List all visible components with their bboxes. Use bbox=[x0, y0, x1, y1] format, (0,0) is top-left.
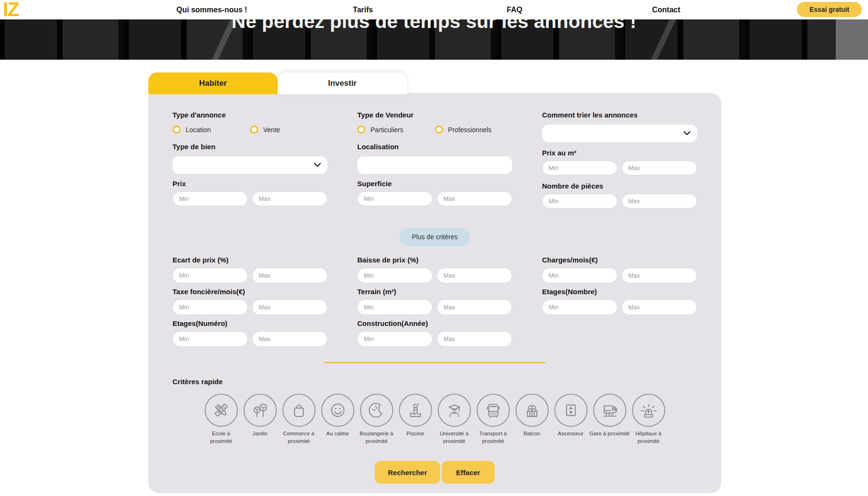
prix-m2-max-input[interactable] bbox=[622, 161, 697, 175]
quick-criterion-label: Hôpitaux à proximité bbox=[635, 430, 661, 445]
quick-criterion-station[interactable]: Gare à proximité bbox=[593, 394, 626, 445]
etages-numero-max-input[interactable] bbox=[252, 331, 327, 347]
quick-criterion-hospital[interactable]: Hôpitaux à proximité bbox=[632, 394, 665, 445]
radio-professionnels[interactable]: Professionnels bbox=[435, 126, 513, 134]
taxe-fonciere-min-input[interactable] bbox=[172, 299, 248, 315]
localisation-input[interactable] bbox=[357, 156, 512, 174]
radio-particuliers[interactable]: Particuliers bbox=[357, 126, 435, 134]
baisse-prix-max-input[interactable] bbox=[437, 268, 512, 283]
quick-criterion-bakery[interactable]: Boulangerie à proximité bbox=[360, 394, 393, 445]
etages-nombre-max-input[interactable] bbox=[622, 299, 697, 315]
radio-vente[interactable]: Vente bbox=[250, 126, 328, 134]
field-etages-numero: Etages(Numéro) bbox=[172, 319, 327, 347]
radio-circle-icon[interactable] bbox=[357, 126, 365, 134]
section-divider bbox=[324, 362, 545, 363]
quick-criterion-transport[interactable]: Transport à proximité bbox=[477, 394, 510, 445]
transport-icon[interactable] bbox=[477, 394, 510, 427]
nav-item-faq[interactable]: FAQ bbox=[507, 6, 523, 14]
field-taxe-fonciere: Taxe foncière/mois(€) bbox=[172, 288, 327, 315]
quick-criteria-label: Critères rapide bbox=[172, 378, 697, 386]
taxe-fonciere-label: Taxe foncière/mois(€) bbox=[172, 288, 327, 296]
quick-criterion-label: Commerce à proximité bbox=[283, 430, 315, 445]
superficie-min-input[interactable] bbox=[357, 191, 433, 206]
quick-criterion-label: Gare à proximité bbox=[589, 430, 630, 438]
elevator-icon[interactable] bbox=[554, 394, 588, 427]
tab-investir[interactable]: Investir bbox=[278, 72, 407, 94]
school-icon[interactable] bbox=[205, 394, 238, 427]
brand-logo[interactable]: IZ bbox=[3, 0, 18, 21]
more-criteria-button[interactable]: Plus de critères bbox=[399, 227, 470, 246]
quick-criterion-school[interactable]: Ecole à proximité bbox=[205, 394, 238, 445]
bakery-icon[interactable] bbox=[360, 394, 393, 427]
superficie-max-input[interactable] bbox=[437, 191, 512, 206]
quick-criterion-calm[interactable]: Au calme bbox=[321, 394, 354, 445]
field-nb-pieces: Nombre de pièces bbox=[542, 182, 697, 208]
type-bien-select[interactable] bbox=[172, 156, 327, 174]
nav-item-contact[interactable]: Contact bbox=[652, 6, 680, 14]
radio-circle-icon[interactable] bbox=[250, 126, 258, 134]
ecart-prix-max-input[interactable] bbox=[252, 268, 327, 283]
terrain-max-input[interactable] bbox=[437, 299, 512, 315]
field-type-bien: Type de bien bbox=[172, 143, 327, 174]
type-vendeur-options: Particuliers Professionnels bbox=[357, 126, 512, 134]
tab-habiter[interactable]: Habiter bbox=[148, 72, 278, 94]
field-prix: Prix bbox=[172, 180, 327, 206]
radio-professionnels-label: Professionnels bbox=[448, 126, 492, 134]
garden-icon[interactable] bbox=[244, 394, 277, 427]
construction-label: Construction(Année) bbox=[357, 319, 512, 327]
free-trial-button[interactable]: Essai gratuit bbox=[797, 2, 862, 17]
hospital-icon[interactable] bbox=[632, 394, 665, 427]
radio-vente-label: Vente bbox=[263, 126, 280, 134]
prix-max-input[interactable] bbox=[252, 191, 327, 206]
quick-criterion-elevator[interactable]: Ascenseur bbox=[554, 394, 588, 445]
baisse-prix-min-input[interactable] bbox=[357, 268, 433, 283]
quick-criterion-label: Transport à proximité bbox=[479, 430, 506, 445]
nav-item-qui-sommes-nous[interactable]: Qui sommes-nous ! bbox=[176, 6, 247, 14]
balcony-icon[interactable] bbox=[515, 394, 549, 427]
nb-pieces-max-input[interactable] bbox=[622, 194, 697, 208]
prix-min-input[interactable] bbox=[172, 191, 248, 206]
construction-max-input[interactable] bbox=[437, 331, 512, 347]
quick-criterion-shop[interactable]: Commerce à proximité bbox=[282, 394, 316, 445]
pool-icon[interactable] bbox=[399, 394, 432, 427]
nb-pieces-label: Nombre de pièces bbox=[542, 182, 697, 190]
etages-nombre-min-input[interactable] bbox=[542, 299, 617, 315]
university-icon[interactable] bbox=[438, 394, 471, 427]
station-icon[interactable] bbox=[593, 394, 626, 427]
nb-pieces-min-input[interactable] bbox=[542, 194, 617, 208]
quick-criterion-balcony[interactable]: Balcon bbox=[515, 394, 549, 445]
construction-min-input[interactable] bbox=[357, 331, 433, 347]
radio-circle-icon[interactable] bbox=[172, 126, 181, 134]
terrain-min-input[interactable] bbox=[357, 299, 433, 315]
field-localisation: Localisation bbox=[357, 143, 512, 174]
radio-circle-icon[interactable] bbox=[435, 126, 443, 134]
search-button[interactable]: Rechercher bbox=[375, 461, 440, 484]
charges-min-input[interactable] bbox=[542, 268, 617, 283]
nav-item-tarifs[interactable]: Tarifs bbox=[353, 6, 373, 14]
shop-icon[interactable] bbox=[282, 394, 316, 427]
quick-criteria-row: Ecole à proximitéJardinCommerce à proxim… bbox=[172, 394, 697, 445]
clear-button[interactable]: Effacer bbox=[442, 461, 495, 484]
prix-m2-min-input[interactable] bbox=[542, 161, 617, 175]
taxe-fonciere-max-input[interactable] bbox=[252, 299, 327, 315]
quick-criterion-university[interactable]: Université à proximité bbox=[438, 394, 471, 445]
hero-banner: Ne perdez plus de temps sur les annonces… bbox=[0, 19, 868, 60]
quick-criterion-label: Ascenseur bbox=[558, 430, 583, 438]
quick-criterion-pool[interactable]: Piscine bbox=[399, 394, 432, 445]
ext-column-right: Charges/mois(€) Etages(Nombre) bbox=[542, 256, 697, 351]
charges-max-input[interactable] bbox=[622, 268, 697, 283]
field-superficie: Superficie bbox=[357, 180, 512, 206]
quick-criterion-label: Balcon bbox=[524, 430, 540, 438]
calm-icon[interactable] bbox=[321, 394, 354, 427]
quick-criterion-label: Au calme bbox=[326, 430, 349, 438]
ext-column-left: Ecart de prix (%) Taxe foncière/mois(€) … bbox=[172, 256, 327, 351]
search-panel: Type d'annonce Location Vente Type de bi bbox=[148, 93, 721, 493]
etages-numero-min-input[interactable] bbox=[172, 331, 248, 347]
field-charges: Charges/mois(€) bbox=[542, 256, 697, 283]
sort-select[interactable] bbox=[542, 125, 697, 142]
type-bien-label: Type de bien bbox=[172, 143, 327, 151]
ecart-prix-min-input[interactable] bbox=[172, 268, 248, 283]
quick-criterion-garden[interactable]: Jardin bbox=[244, 394, 277, 445]
main-criteria-grid: Type d'annonce Location Vente Type de bi bbox=[172, 111, 697, 208]
radio-location[interactable]: Location bbox=[172, 126, 250, 134]
